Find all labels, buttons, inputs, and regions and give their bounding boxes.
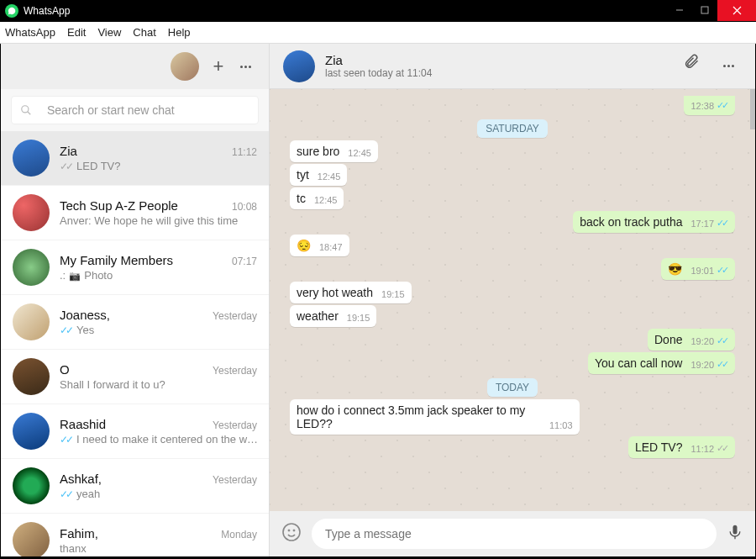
message-input[interactable] <box>312 519 717 549</box>
chat-time: Yesterday <box>213 419 257 431</box>
avatar <box>13 140 50 177</box>
messages-area[interactable]: 12:38✓✓SATURDAY sure bro 12:45 tyt 12:45… <box>270 89 755 511</box>
conversation-menu-button[interactable] <box>715 53 742 80</box>
contact-status: last seen today at 11:04 <box>325 67 432 79</box>
search-icon <box>20 104 32 116</box>
minimize-button[interactable] <box>667 1 692 19</box>
message-bubble[interactable]: very hot weath 19:15 <box>290 282 412 303</box>
attach-button[interactable] <box>683 53 700 80</box>
chat-list-item[interactable]: Raashid Yesterday ✓✓I need to make it ce… <box>1 404 269 459</box>
message-time: 19:01✓✓ <box>690 265 728 276</box>
chat-time: 11:12 <box>232 146 257 158</box>
conversation-pane: Zia last seen today at 11:04 12:38✓✓SATU… <box>270 44 755 556</box>
day-separator: SATURDAY <box>477 119 548 138</box>
message-time: 12:45 <box>314 195 338 205</box>
message-bubble[interactable]: back on track putha 17:17✓✓ <box>573 211 735 233</box>
avatar <box>13 249 50 286</box>
delivery-ticks-icon: ✓✓ <box>717 218 727 229</box>
chat-time: Monday <box>221 529 257 541</box>
contact-avatar[interactable] <box>283 50 315 82</box>
voice-button[interactable] <box>727 522 743 546</box>
chat-list-item[interactable]: Tech Sup A-Z People 10:08 Anver: We hope… <box>1 186 269 240</box>
message-bubble[interactable]: LED TV? 11:12✓✓ <box>628 436 735 458</box>
message-time: 19:20✓✓ <box>690 359 728 370</box>
sidebar-header <box>1 44 269 89</box>
message-text: weather <box>297 309 340 323</box>
message-time: 11:03 <box>549 420 573 430</box>
message-text: Done <box>654 333 684 346</box>
delivery-ticks-icon: ✓✓ <box>60 434 71 446</box>
chat-preview: ✓✓I need to make it centered on the w… <box>60 433 257 446</box>
menu-whatsapp[interactable]: WhatsApp <box>5 26 55 39</box>
chat-list-item[interactable]: Zia 11:12 ✓✓LED TV? <box>1 131 269 186</box>
scrollbar[interactable] <box>750 89 755 129</box>
search-placeholder: Search or start new chat <box>47 103 175 117</box>
contact-name: Zia <box>325 53 432 67</box>
chat-time: Yesterday <box>213 310 257 322</box>
chat-list-item[interactable]: Fahim, Monday thanx <box>1 514 269 556</box>
message-text: 😎 <box>668 262 684 276</box>
chat-list: Zia 11:12 ✓✓LED TV? Tech Sup A-Z People … <box>1 131 269 556</box>
chat-time: Yesterday <box>213 474 257 486</box>
avatar <box>13 194 50 231</box>
chat-preview: .: Photo <box>60 269 257 282</box>
menu-view[interactable]: View <box>97 26 121 39</box>
svg-point-4 <box>22 106 29 113</box>
menu-help[interactable]: Help <box>168 26 191 39</box>
menu-chat[interactable]: Chat <box>133 26 155 39</box>
message-bubble[interactable]: how do i connect 3.5mm jack speaker to m… <box>290 399 580 435</box>
chat-name: Joaness, <box>60 308 110 322</box>
chat-name: Ashkaf, <box>60 472 102 486</box>
search-input[interactable]: Search or start new chat <box>11 96 259 124</box>
delivery-ticks-icon: ✓✓ <box>717 100 727 111</box>
chat-preview: ✓✓Yes <box>60 324 257 336</box>
message-time: 11:12✓✓ <box>690 443 728 454</box>
chat-list-item[interactable]: Joaness, Yesterday ✓✓Yes <box>1 295 269 350</box>
chat-list-item[interactable]: Ashkaf, Yesterday ✓✓yeah <box>1 459 269 514</box>
delivery-ticks-icon: ✓✓ <box>60 324 71 336</box>
chat-name: O <box>60 362 70 377</box>
menu-edit[interactable]: Edit <box>67 26 86 39</box>
message-bubble[interactable]: weather 19:15 <box>290 305 376 327</box>
delivery-ticks-icon: ✓✓ <box>60 488 71 500</box>
new-chat-button[interactable] <box>205 53 232 80</box>
message-text: tc <box>297 192 307 205</box>
message-bubble[interactable]: 😎 19:01✓✓ <box>661 258 735 280</box>
svg-point-8 <box>293 530 295 531</box>
chat-name: Raashid <box>60 417 106 431</box>
message-bubble[interactable]: tyt 12:45 <box>290 164 347 186</box>
message-time: 19:20✓✓ <box>690 335 728 346</box>
message-bubble[interactable]: You can call now 19:20✓✓ <box>588 352 735 374</box>
chat-name: Zia <box>60 144 77 158</box>
whatsapp-logo-icon <box>5 4 18 18</box>
chat-preview: ✓✓LED TV? <box>60 160 257 172</box>
photo-prefix: .: <box>60 269 66 282</box>
close-button[interactable] <box>717 0 756 21</box>
message-text: You can call now <box>595 356 685 370</box>
message-time: 17:17✓✓ <box>690 218 728 229</box>
message-bubble[interactable]: Done 19:20✓✓ <box>648 329 735 351</box>
svg-point-7 <box>288 530 290 531</box>
avatar <box>13 522 50 556</box>
message-time: 18:47 <box>319 242 343 252</box>
chat-time: 07:17 <box>232 256 257 267</box>
chat-preview: Anver: We hope he will give this time <box>60 214 257 227</box>
maximize-button[interactable] <box>692 1 717 19</box>
my-avatar[interactable] <box>171 52 199 81</box>
delivery-ticks-icon: ✓✓ <box>717 443 727 454</box>
delivery-ticks-icon: ✓✓ <box>60 161 71 172</box>
message-time: 12:45 <box>318 171 341 182</box>
titlebar: WhatsApp <box>0 0 756 22</box>
chat-list-item[interactable]: My Family Members 07:17 .: Photo <box>1 240 269 295</box>
message-bubble[interactable]: sure bro 12:45 <box>290 140 378 162</box>
message-text: sure bro <box>297 145 341 158</box>
menu-button[interactable] <box>232 53 259 80</box>
message-text: 😔 <box>297 239 312 252</box>
message-bubble[interactable]: tc 12:45 <box>290 187 344 209</box>
chat-time: 10:08 <box>232 201 257 213</box>
message-text: very hot weath <box>297 286 375 299</box>
svg-rect-1 <box>701 7 708 13</box>
chat-list-item[interactable]: O Yesterday Shall I forward it to u? <box>1 350 269 404</box>
message-bubble[interactable]: 😔 18:47 <box>290 235 349 256</box>
emoji-button[interactable] <box>281 522 302 546</box>
